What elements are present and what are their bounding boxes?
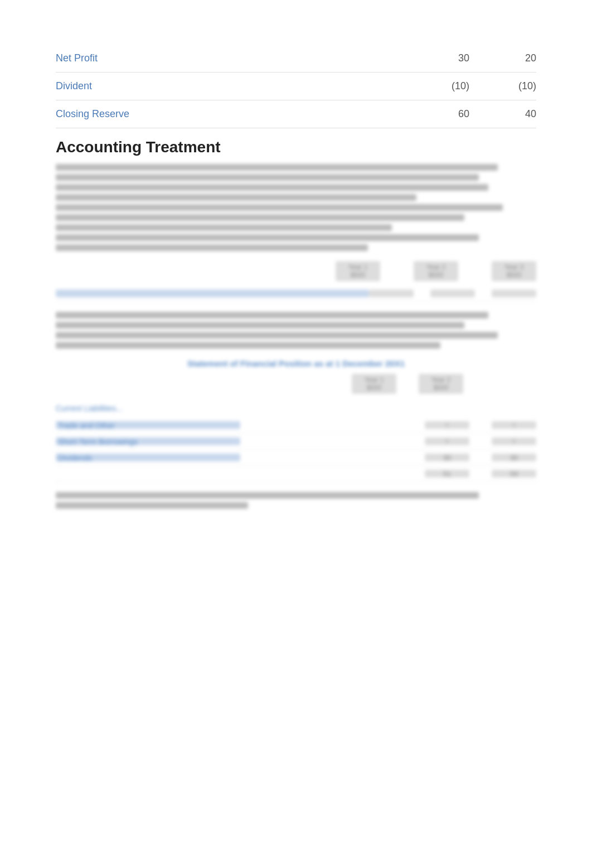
- blurred-table-2: Year 1$000 Year 2$000: [129, 374, 463, 394]
- statement-financial-position-header: Statement of Financial Position as at 1 …: [56, 359, 536, 368]
- divident-col2: (10): [469, 80, 536, 92]
- trade-other-val1: Y: [425, 421, 469, 429]
- blurred-table-1: Year 1$000 Year 2$000 Year 3$000: [56, 261, 536, 302]
- net-profit-col2: 20: [469, 52, 536, 64]
- blurred-col-year2: Year 2$000: [414, 261, 458, 281]
- blurred-dividends-val1: [369, 290, 414, 297]
- short-term-borrowings-label: Short-Term Borrowings: [56, 437, 240, 445]
- trade-other-label: Trade and Other: [56, 421, 240, 429]
- net-profit-col1: 30: [402, 52, 469, 64]
- blurred-col2-year2: Year 2$000: [419, 374, 463, 394]
- accounting-treatment-title: Accounting Treatment: [56, 138, 536, 156]
- blurred-table-2-header: Year 1$000 Year 2$000: [129, 374, 463, 394]
- divident-label: Divident: [56, 80, 402, 92]
- short-term-val1: Y: [425, 437, 469, 445]
- short-term-val2: Y: [492, 437, 536, 445]
- short-term-borrowings-row: Short-Term Borrowings Y Y: [56, 433, 536, 450]
- blurred-col2-year1: Year 1$000: [352, 374, 396, 394]
- net-profit-row: Net Profit 30 20: [56, 45, 536, 73]
- total-val2: 59: [492, 470, 536, 478]
- trade-other-val2: Y: [492, 421, 536, 429]
- blurred-col-year1: Year 1$000: [336, 261, 380, 281]
- trade-other-row: Trade and Other Y Y: [56, 417, 536, 433]
- net-profit-label: Net Profit: [56, 52, 402, 64]
- dividends-cl-label: Dividends: [56, 454, 240, 461]
- blurred-end-paragraph: [56, 492, 536, 509]
- current-liabilities-header: Current Liabilities...: [56, 404, 536, 413]
- closing-reserve-col1: 60: [402, 108, 469, 120]
- blurred-dividends-label: [56, 290, 369, 297]
- total-val1: 51: [425, 470, 469, 478]
- blurred-dividends-row: [56, 286, 536, 302]
- blurred-paragraph-1: [56, 164, 536, 251]
- blurred-col-year3: Year 3$000: [492, 261, 536, 281]
- blurred-paragraph-2: [56, 312, 536, 349]
- total-row: 51 59: [56, 466, 536, 482]
- closing-reserve-row: Closing Reserve 60 40: [56, 100, 536, 128]
- dividends-row: Dividends 30 30: [56, 450, 536, 466]
- blurred-dividends-val3: [492, 290, 536, 297]
- divident-row: Divident (10) (10): [56, 73, 536, 100]
- page-container: Net Profit 30 20 Divident (10) (10) Clos…: [56, 45, 536, 509]
- dividends-val1: 30: [425, 454, 469, 461]
- dividends-val2: 30: [492, 454, 536, 461]
- divident-col1: (10): [402, 80, 469, 92]
- blurred-dividends-val2: [430, 290, 475, 297]
- financial-table: Net Profit 30 20 Divident (10) (10) Clos…: [56, 45, 536, 128]
- blurred-table-1-header: Year 1$000 Year 2$000 Year 3$000: [56, 261, 536, 281]
- current-liabilities-table: Trade and Other Y Y Short-Term Borrowing…: [56, 417, 536, 482]
- closing-reserve-label: Closing Reserve: [56, 108, 402, 120]
- closing-reserve-col2: 40: [469, 108, 536, 120]
